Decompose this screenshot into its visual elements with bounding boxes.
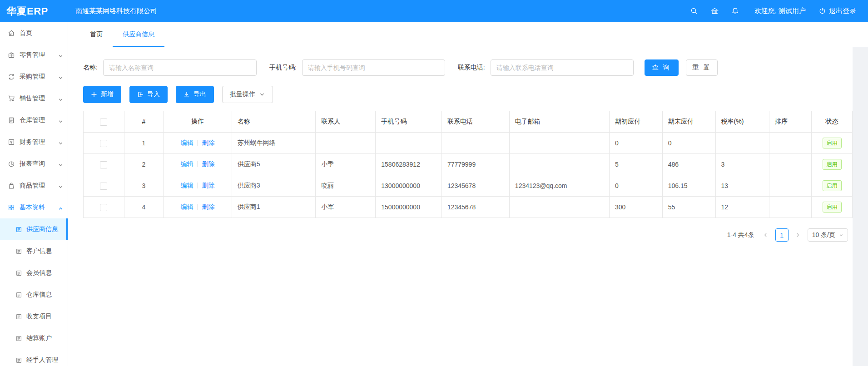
select-all-checkbox[interactable] [100, 119, 107, 126]
export-button[interactable]: 导出 [176, 86, 214, 103]
sidebar-subitem-income-expense[interactable]: 收支项目 [0, 306, 68, 327]
phone-filter-input[interactable] [302, 59, 445, 76]
delete-link[interactable]: 删除 [202, 182, 214, 189]
status-badge: 启用 [823, 180, 842, 191]
tab-label: 供应商信息 [123, 30, 154, 39]
cell-sort [769, 154, 812, 175]
col-email: 电子邮箱 [509, 111, 609, 133]
col-tax-rate: 税率(%) [715, 111, 769, 133]
sidebar-subitem-label: 供应商信息 [26, 225, 58, 233]
cell-begin-payable: 0 [609, 175, 662, 197]
col-index: # [124, 111, 163, 133]
delete-link[interactable]: 删除 [202, 160, 214, 168]
filter-row: 名称: 手机号码: 联系电话: 查 询 重 置 [83, 59, 853, 76]
batch-actions-dropdown[interactable]: 批量操作 [222, 86, 273, 103]
edit-link[interactable]: 编辑 [180, 203, 193, 210]
reset-button[interactable]: 重 置 [686, 59, 718, 76]
cell-index: 2 [124, 154, 163, 175]
cell-index: 1 [124, 133, 163, 154]
delete-link[interactable]: 删除 [202, 139, 214, 146]
logout-icon [818, 7, 826, 15]
purchase-icon [8, 73, 15, 80]
col-name: 名称 [232, 111, 316, 133]
sidebar-item-label: 商品管理 [20, 182, 45, 190]
sidebar-item-home[interactable]: 首页 [0, 22, 68, 44]
row-checkbox[interactable] [100, 161, 107, 168]
finance-icon [8, 138, 15, 146]
sidebar-subitem-handler-management[interactable]: 经手人管理 [0, 349, 68, 366]
sidebar-item-sales[interactable]: 销售管理 [0, 88, 68, 109]
page-size-select[interactable]: 10 条/页 [808, 228, 848, 242]
list-doc-icon [15, 292, 22, 298]
cell-end-payable: 55 [662, 197, 715, 218]
cell-tel: 12345678 [441, 197, 509, 218]
add-button-label: 新增 [101, 90, 114, 99]
divider [197, 204, 198, 210]
logout-label: 退出登录 [829, 7, 856, 15]
edit-link[interactable]: 编辑 [180, 182, 193, 189]
sidebar-item-reports[interactable]: 报表查询 [0, 153, 68, 175]
pagination: 1-4 共4条 1 10 条/页 [83, 228, 853, 242]
row-checkbox[interactable] [100, 183, 107, 190]
sidebar-item-basic-data[interactable]: 基本资料 [0, 197, 68, 218]
delete-link[interactable]: 删除 [202, 203, 214, 210]
sidebar-item-retail[interactable]: 零售管理 [0, 44, 68, 66]
platform-icon[interactable] [711, 7, 719, 15]
sidebar-item-label: 仓库管理 [20, 116, 45, 124]
cell-begin-payable: 300 [609, 197, 662, 218]
cell-tel: 77779999 [441, 154, 509, 175]
status-badge: 启用 [823, 138, 842, 148]
cell-phone [376, 133, 442, 154]
report-pie-icon [8, 160, 15, 168]
tab-home[interactable]: 首页 [80, 22, 113, 47]
sidebar-subitem-customer-info[interactable]: 客户信息 [0, 240, 68, 262]
cell-sort [769, 197, 812, 218]
basic-data-grid-icon [8, 204, 15, 211]
sidebar-subitem-warehouse-info[interactable]: 仓库信息 [0, 284, 68, 306]
name-filter-input[interactable] [103, 59, 257, 76]
sidebar-subitem-member-info[interactable]: 会员信息 [0, 262, 68, 284]
cell-end-payable: 486 [662, 154, 715, 175]
sidebar-item-purchase[interactable]: 采购管理 [0, 66, 68, 88]
table-row: 4 编辑删除 供应商1 小军 15000000000 12345678 300 … [84, 197, 853, 218]
page-number-current[interactable]: 1 [775, 228, 789, 242]
search-button[interactable]: 查 询 [645, 59, 679, 76]
tel-filter-input[interactable] [491, 59, 634, 76]
sidebar-item-label: 销售管理 [20, 94, 45, 103]
table-row: 2 编辑删除 供应商5 小季 15806283912 77779999 5 48… [84, 154, 853, 175]
sidebar-item-goods[interactable]: 商品管理 [0, 175, 68, 197]
sidebar-item-finance[interactable]: 财务管理 [0, 131, 68, 153]
edit-link[interactable]: 编辑 [180, 139, 193, 146]
chevron-down-icon [58, 140, 63, 145]
tab-supplier-info[interactable]: 供应商信息 [113, 22, 164, 47]
row-checkbox[interactable] [100, 140, 107, 147]
cell-begin-payable: 5 [609, 154, 662, 175]
sidebar-item-label: 财务管理 [20, 138, 45, 146]
suppliers-table: # 操作 名称 联系人 手机号码 联系电话 电子邮箱 期初应付 期末应付 税率(… [83, 111, 853, 218]
sidebar-item-warehouse[interactable]: 仓库管理 [0, 109, 68, 131]
cell-name: 供应商1 [232, 197, 316, 218]
notification-bell-icon[interactable] [731, 7, 739, 15]
main-layout: 首页 零售管理 采购管理 销售管理 仓 [0, 22, 868, 366]
row-checkbox[interactable] [100, 204, 107, 211]
warehouse-icon [8, 117, 15, 124]
goods-bag-icon [8, 182, 15, 189]
cell-phone: 15806283912 [376, 154, 442, 175]
sidebar-subitem-supplier-info[interactable]: 供应商信息 [0, 218, 68, 240]
list-doc-icon [15, 313, 22, 320]
import-button[interactable]: 导入 [129, 86, 168, 103]
batch-actions-label: 批量操作 [230, 90, 255, 99]
chevron-down-icon [58, 96, 63, 101]
sidebar-subitem-label: 仓库信息 [26, 291, 52, 299]
edit-link[interactable]: 编辑 [180, 160, 193, 168]
chevron-down-icon [58, 74, 63, 79]
logout-button[interactable]: 退出登录 [818, 7, 856, 15]
next-page-button[interactable] [793, 229, 803, 242]
cell-contact: 小季 [316, 154, 376, 175]
col-end-payable: 期末应付 [662, 111, 715, 133]
prev-page-button[interactable] [761, 229, 771, 242]
cell-name: 供应商5 [232, 154, 316, 175]
add-button[interactable]: 新增 [83, 86, 121, 103]
sidebar-subitem-settlement-account[interactable]: 结算账户 [0, 327, 68, 349]
search-icon[interactable] [690, 7, 698, 15]
